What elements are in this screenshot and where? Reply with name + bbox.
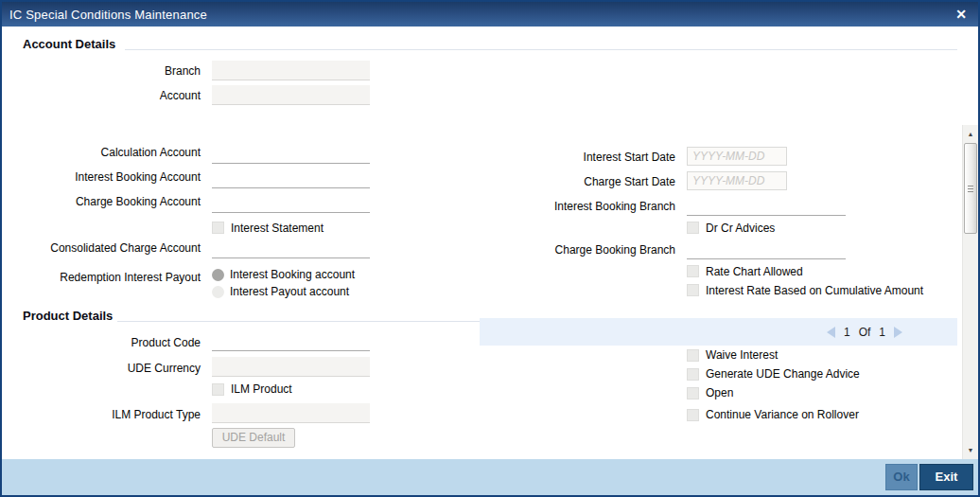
interest-rate-cumulative-label: Interest Rate Based on Cumulative Amount [706, 284, 923, 298]
consolidated-charge-account-label: Consolidated Charge Account [11, 241, 201, 255]
waive-interest-label: Waive Interest [706, 348, 778, 363]
footer-bar: Ok Exit [2, 459, 978, 495]
ude-currency-input [212, 357, 370, 377]
product-code-label: Product Code [11, 336, 201, 349]
rate-chart-allowed-checkbox[interactable] [687, 265, 699, 277]
branch-input [212, 61, 370, 80]
scroll-up-icon[interactable]: ▲ [963, 127, 978, 142]
interest-start-date-label: Interest Start Date [486, 151, 675, 164]
calculation-account-label: Calculation Account [11, 146, 201, 159]
interest-payout-account-radio-label: Interest Payout account [230, 285, 349, 299]
pagination-total-pages: 1 [879, 326, 885, 339]
section-divider [125, 49, 957, 50]
charge-start-date-label: Charge Start Date [486, 175, 675, 188]
charge-booking-account-label: Charge Booking Account [11, 195, 201, 208]
consolidated-charge-account-input[interactable] [212, 240, 370, 258]
generate-ude-change-advice-label: Generate UDE Change Advice [706, 367, 860, 382]
interest-statement-checkbox[interactable] [212, 222, 224, 234]
ude-default-button[interactable]: UDE Default [212, 428, 295, 448]
pagination-current-page: 1 [844, 326, 850, 339]
product-code-input[interactable] [212, 332, 370, 351]
pagination-bar: 1 Of 1 [480, 318, 957, 346]
section-header-product-details: Product Details [23, 309, 113, 323]
scroll-down-icon[interactable]: ▼ [963, 443, 978, 458]
section-header-account-details: Account Details [23, 37, 115, 51]
next-page-icon[interactable] [894, 327, 902, 338]
charge-booking-account-input[interactable] [212, 194, 370, 213]
previous-page-icon[interactable] [827, 327, 835, 338]
pagination-of-label: Of [859, 326, 871, 339]
charge-booking-branch-label: Charge Booking Branch [486, 243, 675, 257]
scrollbar-thumb[interactable] [964, 143, 977, 234]
ic-special-conditions-window: IC Special Conditions Maintenance ✕ Acco… [0, 0, 980, 497]
account-input [212, 85, 370, 105]
interest-booking-branch-input[interactable] [687, 197, 846, 216]
scrollbar-grip [968, 186, 973, 194]
interest-booking-account-input[interactable] [212, 169, 370, 188]
window-title: IC Special Conditions Maintenance [9, 8, 207, 22]
interest-booking-account-label: Interest Booking Account [11, 170, 201, 184]
open-checkbox[interactable] [687, 387, 699, 399]
dr-cr-advices-checkbox[interactable] [687, 222, 699, 234]
ilm-product-type-label: ILM Product Type [11, 408, 201, 421]
interest-booking-account-radio[interactable] [212, 269, 224, 281]
continue-variance-on-rollover-label: Continue Variance on Rollover [706, 408, 859, 422]
vertical-scrollbar[interactable]: ▲ ▼ [962, 125, 978, 460]
waive-interest-checkbox[interactable] [687, 349, 699, 362]
ok-button[interactable]: Ok [885, 464, 918, 490]
ude-currency-label: UDE Currency [11, 362, 201, 375]
interest-booking-account-radio-label: Interest Booking account [230, 268, 355, 282]
interest-rate-cumulative-checkbox[interactable] [687, 284, 699, 296]
continue-variance-on-rollover-checkbox[interactable] [687, 409, 699, 421]
open-label: Open [706, 386, 733, 400]
charge-booking-branch-input[interactable] [687, 240, 846, 259]
interest-payout-account-radio[interactable] [212, 286, 224, 298]
calculation-account-input[interactable] [212, 145, 370, 164]
title-bar: IC Special Conditions Maintenance ✕ [2, 2, 978, 27]
interest-booking-branch-label: Interest Booking Branch [486, 200, 675, 213]
close-icon[interactable]: ✕ [955, 8, 967, 21]
rate-chart-allowed-label: Rate Chart Allowed [706, 265, 803, 279]
interest-statement-label: Interest Statement [231, 222, 324, 236]
exit-button[interactable]: Exit [919, 464, 973, 490]
dr-cr-advices-label: Dr Cr Advices [706, 222, 775, 236]
ilm-product-type-input [212, 403, 370, 423]
ilm-product-checkbox[interactable] [212, 383, 224, 396]
ilm-product-label: ILM Product [231, 382, 292, 397]
redemption-interest-payout-label: Redemption Interest Payout [11, 271, 201, 284]
generate-ude-change-advice-checkbox[interactable] [687, 368, 699, 381]
account-label: Account [11, 89, 201, 102]
branch-label: Branch [11, 64, 201, 78]
interest-start-date-input[interactable] [687, 147, 787, 166]
charge-start-date-input[interactable] [687, 171, 787, 190]
